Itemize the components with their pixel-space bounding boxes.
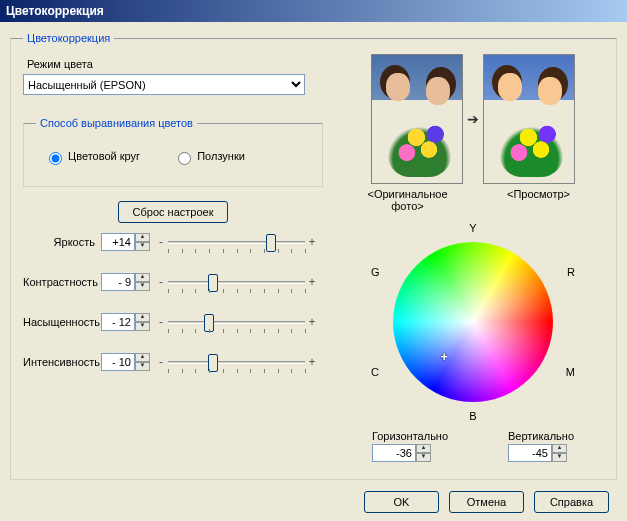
- original-thumbnail: [371, 54, 463, 184]
- plus-icon: +: [307, 235, 317, 249]
- wheel-label-c: C: [371, 366, 379, 378]
- horizontal-spin-up[interactable]: ▲: [416, 444, 431, 453]
- vertical-label: Вертикально: [508, 430, 574, 442]
- balance-method-legend: Способ выравнивания цветов: [36, 117, 197, 129]
- brightness-value[interactable]: [101, 233, 135, 251]
- wheel-label-m: M: [566, 366, 575, 378]
- color-wheel[interactable]: Y G R C M B +: [373, 222, 573, 422]
- plus-icon: +: [307, 275, 317, 289]
- brightness-spin-down[interactable]: ▼: [135, 242, 150, 251]
- saturation-row: Насыщенность ▲ ▼ - +: [23, 311, 323, 333]
- preview-caption: <Просмотр>: [484, 188, 594, 212]
- horizontal-value[interactable]: [372, 444, 416, 462]
- minus-icon: -: [156, 315, 166, 329]
- brightness-label: Яркость: [23, 236, 101, 248]
- vertical-spin-up[interactable]: ▲: [552, 444, 567, 453]
- group-legend: Цветокоррекция: [23, 32, 114, 44]
- brightness-slider[interactable]: [168, 231, 305, 253]
- intensity-row: Интенсивность ▲ ▼ - +: [23, 351, 323, 373]
- plus-icon: +: [307, 355, 317, 369]
- intensity-spin-down[interactable]: ▼: [135, 362, 150, 371]
- plus-icon: +: [307, 315, 317, 329]
- preview-thumbnail: [483, 54, 575, 184]
- intensity-label: Интенсивность: [23, 356, 101, 368]
- color-mode-label: Режим цвета: [27, 58, 323, 70]
- wheel-label-b: B: [469, 410, 476, 422]
- vertical-spin-down[interactable]: ▼: [552, 453, 567, 462]
- intensity-slider[interactable]: [168, 351, 305, 373]
- wheel-label-y: Y: [469, 222, 476, 234]
- help-button[interactable]: Справка: [534, 491, 609, 513]
- contrast-slider[interactable]: [168, 271, 305, 293]
- contrast-spin-up[interactable]: ▲: [135, 273, 150, 282]
- intensity-value[interactable]: [101, 353, 135, 371]
- contrast-value[interactable]: [101, 273, 135, 291]
- contrast-spin-down[interactable]: ▼: [135, 282, 150, 291]
- radio-color-wheel[interactable]: Цветовой круг: [44, 149, 140, 165]
- saturation-value[interactable]: [101, 313, 135, 331]
- saturation-spin-down[interactable]: ▼: [135, 322, 150, 331]
- ok-button[interactable]: OK: [364, 491, 439, 513]
- brightness-spin-up[interactable]: ▲: [135, 233, 150, 242]
- vertical-value[interactable]: [508, 444, 552, 462]
- contrast-row: Контрастность ▲ ▼ - +: [23, 271, 323, 293]
- horizontal-label: Горизонтально: [372, 430, 448, 442]
- saturation-label: Насыщенность: [23, 316, 101, 328]
- original-caption: <Оригинальное фото>: [353, 188, 463, 212]
- cancel-button[interactable]: Отмена: [449, 491, 524, 513]
- wheel-label-r: R: [567, 266, 575, 278]
- brightness-row: Яркость ▲ ▼ - +: [23, 231, 323, 253]
- minus-icon: -: [156, 235, 166, 249]
- window-title: Цветокоррекция: [0, 0, 627, 22]
- horizontal-spin-down[interactable]: ▼: [416, 453, 431, 462]
- minus-icon: -: [156, 275, 166, 289]
- saturation-slider[interactable]: [168, 311, 305, 333]
- color-mode-select[interactable]: Насыщенный (EPSON): [23, 74, 305, 95]
- arrow-right-icon: ➔: [467, 111, 479, 127]
- reset-button[interactable]: Сброс настроек: [118, 201, 228, 223]
- balance-method-group: Способ выравнивания цветов Цветовой круг…: [23, 117, 323, 187]
- contrast-label: Контрастность: [23, 276, 101, 288]
- wheel-label-g: G: [371, 266, 380, 278]
- saturation-spin-up[interactable]: ▲: [135, 313, 150, 322]
- minus-icon: -: [156, 355, 166, 369]
- intensity-spin-up[interactable]: ▲: [135, 353, 150, 362]
- radio-sliders[interactable]: Ползунки: [173, 149, 245, 165]
- color-correction-group: Цветокоррекция Режим цвета Насыщенный (E…: [10, 32, 617, 480]
